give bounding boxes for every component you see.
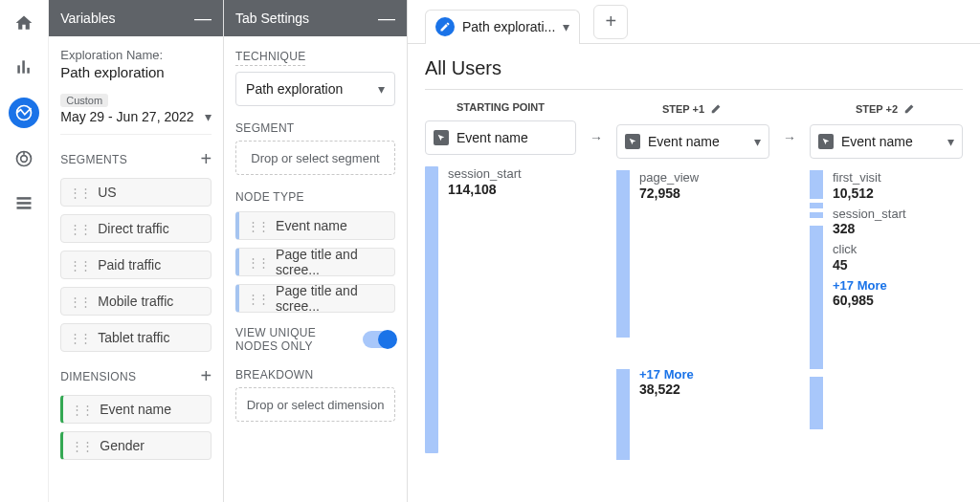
chip-label: Gender	[100, 438, 145, 453]
collapse-icon[interactable]: —	[194, 9, 212, 29]
path-bar[interactable]	[810, 212, 823, 218]
dimension-chip[interactable]: ⋮⋮Event name	[60, 395, 212, 424]
node-value: 114,108	[448, 182, 522, 197]
more-value: 38,522	[639, 382, 699, 397]
collapse-icon[interactable]: —	[378, 9, 395, 29]
step2-node-label: Event name	[841, 134, 940, 149]
arrow-icon: →	[590, 120, 603, 155]
segment-chip[interactable]: ⋮⋮Mobile traffic	[60, 287, 212, 316]
node-value: 72,958	[639, 186, 699, 201]
chip-label: US	[98, 185, 116, 200]
add-tab-button[interactable]: +	[593, 5, 628, 39]
segment-chip[interactable]: ⋮⋮Tablet traffic	[60, 323, 212, 352]
technique-value: Path exploration	[246, 81, 343, 97]
add-dimension-icon[interactable]: +	[200, 365, 212, 387]
arrow-icon: →	[783, 120, 796, 155]
chip-label: Direct traffic	[98, 221, 168, 236]
chevron-down-icon: ▾	[754, 134, 761, 149]
segment-headline: All Users	[425, 57, 963, 90]
edit-icon	[435, 17, 455, 36]
reports-icon[interactable]	[11, 54, 37, 80]
variables-header: Variables —	[49, 0, 223, 36]
nodetype-chip[interactable]: ⋮⋮Event name	[235, 211, 395, 240]
grip-icon: ⋮⋮	[247, 292, 268, 306]
step1-node-label: Event name	[648, 134, 746, 149]
exploration-name-value[interactable]: Path exploration	[60, 64, 212, 80]
node-type-label: NODE TYPE	[235, 190, 304, 204]
cursor-icon	[818, 134, 834, 149]
start-node-select[interactable]: Event name	[425, 120, 576, 155]
more-link[interactable]: +17 More	[833, 278, 906, 293]
segment-chip[interactable]: ⋮⋮Paid traffic	[60, 251, 212, 279]
grip-icon: ⋮⋮	[69, 331, 90, 345]
step2-node-select[interactable]: Event name ▾	[810, 124, 963, 159]
more-link[interactable]: +17 More	[639, 367, 699, 382]
path-bar[interactable]	[425, 166, 438, 453]
tab-settings-panel: Tab Settings — TECHNIQUE Path exploratio…	[224, 0, 408, 502]
chevron-down-icon: ▾	[947, 134, 954, 149]
chevron-down-icon[interactable]: ▾	[563, 19, 569, 34]
variables-panel: Variables — Exploration Name: Path explo…	[49, 0, 224, 502]
svg-point-5	[21, 156, 28, 163]
technique-select[interactable]: Path exploration ▾	[235, 72, 395, 106]
grip-icon: ⋮⋮	[247, 219, 268, 233]
path-bar[interactable]	[810, 226, 823, 369]
nodetype-chip[interactable]: ⋮⋮Page title and scree...	[235, 248, 395, 276]
node-value: 328	[833, 221, 906, 236]
col-header-step2: STEP +2	[856, 103, 898, 115]
node-name: click	[833, 242, 906, 257]
path-bar[interactable]	[810, 203, 823, 208]
node-name: session_start	[833, 207, 906, 222]
breakdown-label: BREAKDOWN	[235, 368, 313, 382]
grip-icon: ⋮⋮	[247, 255, 268, 270]
step1-node-select[interactable]: Event name ▾	[616, 124, 769, 159]
canvas-tab[interactable]: Path explorati... ▾	[425, 10, 580, 44]
canvas-tabs: Path explorati... ▾ +	[408, 0, 980, 44]
chip-label: Event name	[276, 218, 347, 233]
nodetype-chip[interactable]: ⋮⋮Page title and scree...	[235, 284, 395, 313]
cursor-icon	[434, 130, 449, 145]
path-bar[interactable]	[810, 170, 823, 199]
configure-icon[interactable]	[11, 189, 37, 216]
svg-rect-0	[17, 65, 20, 73]
path-col-step2: STEP +2 Event name ▾	[810, 101, 963, 476]
advertising-icon[interactable]	[11, 145, 37, 172]
chip-label: Mobile traffic	[98, 294, 173, 309]
node-value: 45	[833, 257, 906, 273]
add-segment-icon[interactable]: +	[200, 148, 212, 170]
path-bar[interactable]	[616, 369, 630, 460]
path-bar[interactable]	[616, 170, 630, 338]
svg-rect-8	[17, 202, 32, 205]
dimension-chip[interactable]: ⋮⋮Gender	[60, 431, 212, 460]
explore-icon[interactable]	[9, 98, 39, 128]
tab-title: Path explorati...	[462, 19, 555, 34]
chip-label: Page title and scree...	[276, 283, 387, 314]
grip-icon: ⋮⋮	[69, 222, 90, 236]
unique-nodes-toggle[interactable]	[363, 331, 395, 348]
technique-label: TECHNIQUE	[235, 50, 305, 66]
tab-settings-header: Tab Settings —	[224, 0, 407, 36]
home-icon[interactable]	[11, 10, 37, 36]
date-range[interactable]: May 29 - Jun 27, 2022	[60, 109, 193, 124]
segment-chip[interactable]: ⋮⋮US	[60, 178, 212, 207]
more-value: 60,985	[833, 293, 906, 308]
variables-title: Variables	[60, 11, 115, 26]
grip-icon: ⋮⋮	[69, 295, 90, 309]
node-name: session_start	[448, 166, 522, 182]
chevron-down-icon[interactable]: ▾	[205, 109, 212, 124]
edit-icon[interactable]	[710, 101, 724, 117]
chip-label: Event name	[100, 402, 171, 417]
node-name: first_visit	[833, 170, 906, 186]
path-bar[interactable]	[810, 377, 823, 429]
segment-label: SEGMENT	[235, 121, 294, 135]
segment-dropzone[interactable]: Drop or select segment	[235, 141, 395, 175]
start-node-label: Event name	[457, 130, 568, 145]
segment-chip[interactable]: ⋮⋮Direct traffic	[60, 214, 212, 243]
grip-icon: ⋮⋮	[71, 439, 92, 453]
exploration-name-label: Exploration Name:	[60, 48, 212, 62]
svg-rect-9	[17, 207, 32, 209]
breakdown-dropzone[interactable]: Drop or select dimension	[235, 387, 395, 422]
grip-icon: ⋮⋮	[71, 403, 92, 417]
col-header-step1: STEP +1	[662, 103, 704, 115]
edit-icon[interactable]	[903, 101, 917, 117]
